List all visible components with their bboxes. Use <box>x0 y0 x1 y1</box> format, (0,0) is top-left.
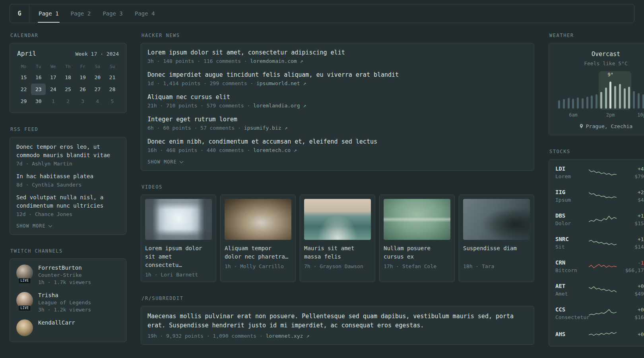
tab-page-3[interactable]: Page 3 <box>97 4 129 23</box>
video-thumbnail <box>145 199 212 240</box>
stock-change: +0.92% <box>618 283 644 289</box>
tab-page-1[interactable]: Page 1 <box>33 4 65 23</box>
stock-values: -1.00% $66,171.48 <box>618 260 644 273</box>
weather-peak-temp: 9° <box>607 72 613 78</box>
stock-price: $499.72 <box>618 291 644 297</box>
hackernews-item: Donec imperdiet augue tincidunt felis al… <box>147 71 528 86</box>
stock-symbol: LDI <box>555 165 589 172</box>
hackernews-item-domain[interactable]: loremlandia.org ↗ <box>253 103 306 109</box>
tab-page-4[interactable]: Page 4 <box>129 4 161 23</box>
hackernews-item: Integer eget rutrum lorem 6h · 60 points… <box>147 116 528 131</box>
calendar-day: 29 <box>16 95 31 107</box>
hackernews-item-domain[interactable]: ipsumworld.net ↗ <box>256 80 306 86</box>
stock-change: +1.36% <box>618 236 644 242</box>
stock-price: $148.64 <box>618 244 644 250</box>
videos-widget-label: VIDEOS <box>142 184 534 190</box>
rss-item: Sed volutpat nulla nisl, a condimentum n… <box>16 193 120 217</box>
external-link-icon: ↗ <box>306 333 309 339</box>
stock-price: $156.28 <box>618 220 644 226</box>
external-link-icon: ↗ <box>303 80 306 86</box>
video-thumbnail <box>225 199 291 240</box>
stock-row[interactable]: DBS Dolor +1.42% $156.28 <box>555 208 644 231</box>
twitch-channel[interactable]: KendallCarr <box>16 319 120 336</box>
video-title: Nullam posuere cursus ex <box>384 244 450 261</box>
rss-show-more-button[interactable]: SHOW MORE <box>16 223 52 229</box>
weather-location-row: Prague, Czechia <box>555 123 644 129</box>
live-badge: LIVE <box>18 305 31 311</box>
stock-row[interactable]: CCS Consectetur +0.51% $165.84 <box>555 302 644 325</box>
weather-chart: 9° <box>557 72 644 109</box>
domain-text: ipsumify.biz <box>244 125 281 131</box>
day-header: Th <box>60 61 75 71</box>
calendar-widget-label: CALENDAR <box>10 33 126 38</box>
rss-item-title[interactable]: In hac habitasse platea <box>16 172 120 181</box>
stock-row[interactable]: IIG Ipsum +2.84% $42.04 <box>555 184 644 208</box>
hackernews-show-more-button[interactable]: SHOW MORE <box>147 159 183 165</box>
stock-symbol: AHS <box>555 331 589 337</box>
video-card[interactable]: Lorem ipsum dolor sit amet consectetu… 1… <box>141 195 216 282</box>
avatar-wrap: LIVE <box>16 265 33 281</box>
calendar-day: 26 <box>76 84 90 95</box>
stock-name: Bitcorn <box>555 267 589 273</box>
twitch-widget-label: TWITCH CHANNELS <box>10 248 126 254</box>
video-card[interactable]: Suspendisse diam 18h · Tara <box>459 195 534 282</box>
meta-text: 3h · 148 points · 116 comments · <box>147 58 250 64</box>
hackernews-item-title[interactable]: Donec imperdiet augue tincidunt felis al… <box>147 71 528 78</box>
calendar-day: 17 <box>46 72 60 83</box>
stock-row[interactable]: AET Amet +0.92% $499.72 <box>555 278 644 302</box>
tab-page-2[interactable]: Page 2 <box>65 4 97 23</box>
hackernews-item-title[interactable]: Lorem ipsum dolor sit amet, consectetur … <box>147 49 528 56</box>
hackernews-item-title[interactable]: Aliquam nec cursus elit <box>147 93 528 101</box>
calendar-day: 18 <box>60 72 75 83</box>
channel-name: KendallCarr <box>38 319 75 326</box>
video-title: Suspendisse diam <box>463 244 530 261</box>
channel-info: KendallCarr <box>38 319 75 327</box>
video-card[interactable]: Aliquam tempor dolor nec pharetra… 1h · … <box>220 195 296 282</box>
stock-values: +0.51% $165.84 <box>618 307 644 320</box>
channel-game: League of Legends <box>38 300 91 305</box>
subreddit-card: Maecenas mollis pulvinar erat non posuer… <box>141 306 534 345</box>
weather-feels-like: Feels like 5°C <box>555 60 644 66</box>
channel-meta: 3h · 1.2k viewers <box>38 307 91 313</box>
hackernews-item-title[interactable]: Donec enim nibh, condimentum et accumsan… <box>147 138 528 145</box>
stock-row[interactable]: LDI Lorem +4.35% $795.18 <box>555 161 644 184</box>
stock-row[interactable]: AHS +0.46% <box>555 325 644 345</box>
hackernews-item-domain[interactable]: loremdomain.com ↗ <box>250 58 303 64</box>
twitch-channel[interactable]: LIVE ForrestBurton Counter-Strike 1h · 1… <box>16 265 120 285</box>
stocks-widget: STOCKS LDI Lorem +4.35% $795.18 IIG <box>549 149 644 346</box>
weather-bars <box>557 80 644 109</box>
subreddit-post-domain[interactable]: loremnet.xyz ↗ <box>266 333 309 339</box>
video-card[interactable]: Nullam posuere cursus ex 17h · Stefan Co… <box>379 195 455 282</box>
app-logo[interactable]: G <box>10 4 29 23</box>
weather-widget: WEATHER Overcast Feels like 5°C 9° 6am2p… <box>549 33 644 135</box>
calendar-day-next-month: 4 <box>90 95 105 107</box>
subreddit-widget: /R/SUBREDDIT Maecenas mollis pulvinar er… <box>141 296 534 345</box>
stock-row[interactable]: CRN Bitcorn -1.00% $66,171.48 <box>555 255 644 278</box>
hackernews-item: Lorem ipsum dolor sit amet, consectetur … <box>147 49 528 64</box>
stock-row[interactable]: SNRC Sit +1.36% $148.64 <box>555 231 644 255</box>
day-header: Tu <box>31 61 46 71</box>
twitch-channel[interactable]: LIVE Trisha League of Legends 3h · 1.2k … <box>16 292 120 313</box>
rss-item-title[interactable]: Donec tempor eros leo, ut commodo mauris… <box>16 143 120 160</box>
stock-sparkline <box>589 191 617 201</box>
video-meta: 18h · Tara <box>463 263 530 269</box>
hackernews-item-domain[interactable]: loremtech.co ↗ <box>253 147 297 153</box>
stock-id: LDI Lorem <box>555 165 589 179</box>
calendar-day-next-month: 1 <box>46 95 60 107</box>
hackernews-item-domain[interactable]: ipsumify.biz ↗ <box>244 125 288 131</box>
rss-item-title[interactable]: Sed volutpat nulla nisl, a condimentum n… <box>16 193 120 210</box>
stock-values: +4.35% $795.18 <box>618 166 644 179</box>
hackernews-item-title[interactable]: Integer eget rutrum lorem <box>147 116 528 123</box>
channel-info: ForrestBurton Counter-Strike 1h · 1.7k v… <box>38 265 91 285</box>
video-card[interactable]: Mauris sit amet massa felis 7h · Grayson… <box>300 195 375 282</box>
live-badge: LIVE <box>18 278 31 284</box>
subreddit-post-title[interactable]: Maecenas mollis pulvinar erat non posuer… <box>147 312 528 331</box>
hackernews-item-meta: 16h · 468 points · 440 comments · loremt… <box>147 147 528 153</box>
stock-sparkline <box>589 167 617 178</box>
stock-name: Amet <box>555 291 589 297</box>
rss-item-meta: 12d · Chance Jones <box>16 211 120 217</box>
stock-change: +4.35% <box>618 166 644 172</box>
calendar-week-year: Week 17 · 2024 <box>75 51 119 57</box>
rss-item-meta: 7d · Ashlyn Martin <box>16 161 120 167</box>
rss-item: In hac habitasse platea 8d · Cynthia Sau… <box>16 172 120 188</box>
